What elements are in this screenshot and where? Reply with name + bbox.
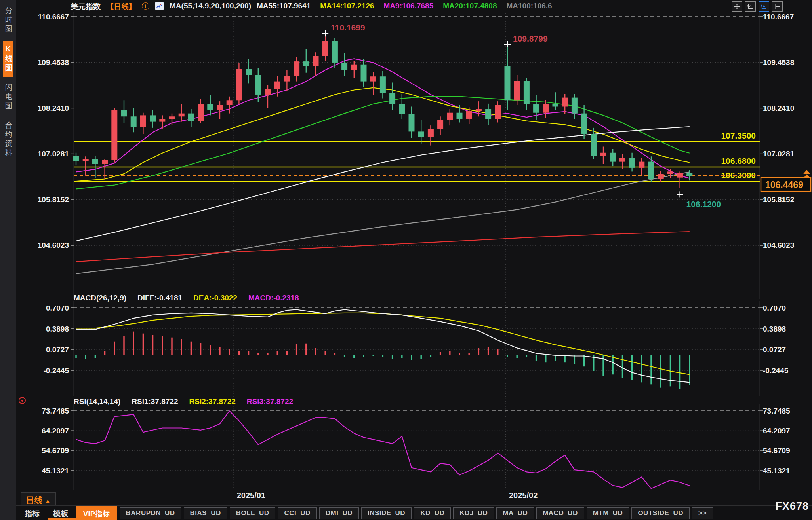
candle-body <box>313 56 319 66</box>
candle-body <box>73 156 79 161</box>
main-axis-label-right: 109.4538 <box>763 58 794 66</box>
scrollbar-thumb[interactable] <box>48 518 81 520</box>
toolbar-tab-boll_ud[interactable]: BOLL_UD <box>230 507 276 519</box>
toolbar-tab-cci_ud[interactable]: CCI_UD <box>278 507 316 519</box>
rsi-axis-label-left: 64.2097 <box>42 427 69 435</box>
macd-axis-label-right: 0.7070 <box>763 304 786 312</box>
candle-body <box>667 171 673 174</box>
ma-line-ma20 <box>76 97 690 189</box>
macd-axis-label-right: -0.2445 <box>763 366 789 375</box>
rsi3-value: RSI3:37.8722 <box>247 397 293 406</box>
candle-body <box>619 158 625 162</box>
ma-line-ma200 <box>76 232 690 262</box>
candle-body <box>217 105 223 110</box>
rsi-axis-label-right: 54.6709 <box>763 446 790 455</box>
sidebar-tab-2[interactable]: K线图 <box>3 41 13 77</box>
main-axis-label-right: 107.0281 <box>763 150 795 158</box>
rsi-axis-label-right: 45.1321 <box>763 467 790 475</box>
ma-legend-value-4: MA20:107.4808 <box>443 2 497 10</box>
sidebar-tab-3[interactable]: 闪电图 <box>3 80 13 115</box>
price-level-label: 106.6800 <box>721 156 756 165</box>
high-price-annotation: 109.8799 <box>513 34 548 43</box>
rsi-axis-label-right: 64.2097 <box>763 427 790 435</box>
date-axis-separator <box>16 491 812 491</box>
current-price-value: 106.4469 <box>765 180 803 190</box>
candle-body <box>111 110 117 160</box>
arrow-up-icon <box>803 170 810 174</box>
toolbar-tab-[interactable]: 指标 <box>19 508 45 518</box>
toolbar-tab-kd_ud[interactable]: KD_UD <box>414 507 451 519</box>
rsi-panel-header: RSI(14,14,14) RSI1:37.8722 RSI2:37.8722 … <box>74 397 293 406</box>
candle-body <box>533 104 539 113</box>
price-level-label: 107.3500 <box>721 131 756 140</box>
candle-body <box>265 89 271 95</box>
chevron-up-icon: ▲ <box>45 497 51 504</box>
sidebar-tab-1[interactable]: 分时图 <box>3 3 13 38</box>
candle-body <box>303 61 309 66</box>
candle-body <box>284 76 290 81</box>
candle-body <box>581 114 587 134</box>
candle-body <box>236 69 242 100</box>
candle-body <box>294 61 299 76</box>
indicator-toolbar: 指标模板VIP指标BARUPDN_UDBIAS_UDBOLL_UDCCI_UDD… <box>16 505 812 520</box>
candle-body <box>389 93 395 104</box>
arrow-up-icon <box>803 174 810 178</box>
candle-body <box>121 110 127 116</box>
candle-body <box>466 111 472 119</box>
ma-legend-value-1: MA55:107.9641 <box>257 2 311 10</box>
ma-formula: MA(55,14,9,20,100,200) <box>170 2 251 10</box>
chart-canvas[interactable]: 2025/012025/02110.6667110.6667109.453810… <box>0 0 812 520</box>
candle-body <box>322 41 328 56</box>
candle-body <box>83 159 89 161</box>
candle-body <box>227 100 233 105</box>
rsi-axis-label-left: 73.7485 <box>42 407 69 415</box>
candle-body <box>629 158 635 168</box>
circle-plus-icon[interactable]: + <box>142 2 149 10</box>
toolbar-tab-dmi_ud[interactable]: DMI_UD <box>319 507 359 519</box>
toolbar-tab-barupdn_ud[interactable]: BARUPDN_UD <box>120 507 181 519</box>
symbol-title: 美元指数 <box>71 1 101 11</box>
toolbar-tab-inside_ud[interactable]: INSIDE_UD <box>361 507 412 519</box>
candle-body <box>447 113 453 120</box>
toolbar-tab-kdj_ud[interactable]: KDJ_UD <box>453 507 494 519</box>
toolbar-tab-vip[interactable]: VIP指标 <box>76 506 117 520</box>
macd-diff-value: DIFF:-0.4181 <box>137 294 182 302</box>
candle-body <box>418 131 424 137</box>
candle-body <box>131 116 137 127</box>
chart-thumbnail-icon[interactable] <box>155 2 164 10</box>
date-axis-label: 2025/02 <box>509 491 538 500</box>
candle-body <box>274 82 280 89</box>
axis-scale-icon[interactable] <box>745 1 756 12</box>
ma-legend-value-5: MA100:106.6 <box>507 2 552 10</box>
main-axis-label-right: 108.2410 <box>763 104 794 112</box>
main-axis-label-right: 105.8152 <box>763 195 794 204</box>
candle-body <box>255 75 261 95</box>
candle-body <box>610 153 616 162</box>
candle-body <box>341 63 347 70</box>
main-axis-label-left: 104.6023 <box>38 241 69 249</box>
candle-body <box>514 81 520 101</box>
ma-values-legend: MA55:107.9641MA14:107.2126MA9:106.7685MA… <box>257 2 552 10</box>
candle-body <box>198 104 204 121</box>
chart-view-toolbar <box>732 1 783 12</box>
rsi1-value: RSI1:37.8722 <box>132 397 178 406</box>
shift-right-icon[interactable] <box>772 1 783 12</box>
toolbar-tab-ma_ud[interactable]: MA_UD <box>496 507 534 519</box>
toolbar-tab-[interactable]: 模板 <box>48 508 74 518</box>
candle-body <box>246 69 252 75</box>
toolbar-tab-mtm_ud[interactable]: MTM_UD <box>587 507 629 519</box>
candle-body <box>677 173 683 177</box>
auto-scale-icon[interactable] <box>759 1 769 12</box>
candle-body <box>457 113 463 119</box>
toolbar-tab-outside_ud[interactable]: OUTSIDE_UD <box>631 507 690 519</box>
candle-body <box>543 104 549 113</box>
main-axis-label-left: 110.6667 <box>38 13 69 21</box>
toolbar-tab->>[interactable]: >> <box>692 507 713 519</box>
sidebar-tab-4[interactable]: 合约资料 <box>3 118 13 162</box>
crosshair-move-icon[interactable] <box>732 1 742 12</box>
period-selector-button[interactable]: 日线▲ <box>21 492 56 507</box>
toolbar-tab-macd_ud[interactable]: MACD_UD <box>536 507 584 519</box>
period-tag[interactable]: 【日线】 <box>106 1 136 11</box>
toolbar-tab-bias_ud[interactable]: BIAS_UD <box>184 507 227 519</box>
macd-axis-label-left: 0.3898 <box>46 325 69 333</box>
